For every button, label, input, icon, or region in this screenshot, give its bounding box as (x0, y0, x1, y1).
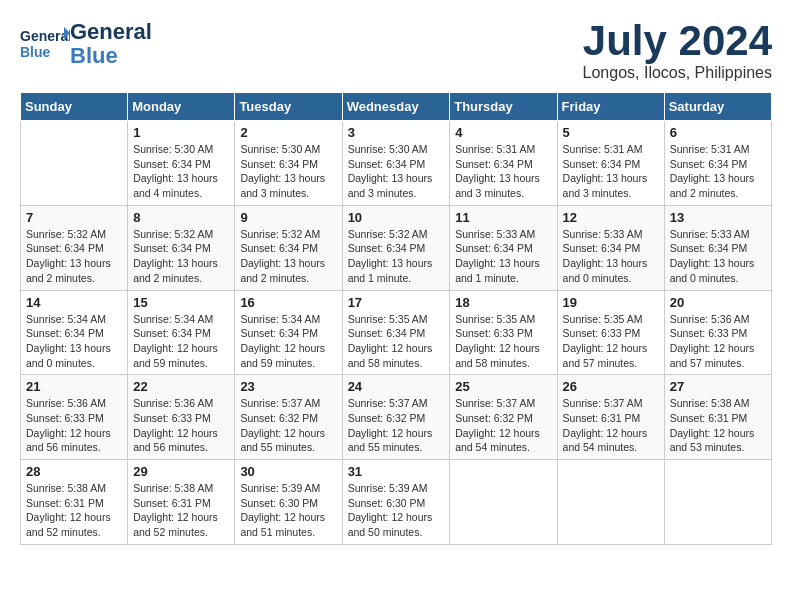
day-info: Sunrise: 5:33 AMSunset: 6:34 PMDaylight:… (455, 227, 551, 286)
day-info: Sunrise: 5:35 AMSunset: 6:33 PMDaylight:… (563, 312, 659, 371)
day-number: 22 (133, 379, 229, 394)
day-number: 12 (563, 210, 659, 225)
day-number: 14 (26, 295, 122, 310)
day-number: 25 (455, 379, 551, 394)
day-info: Sunrise: 5:35 AMSunset: 6:33 PMDaylight:… (455, 312, 551, 371)
day-info: Sunrise: 5:32 AMSunset: 6:34 PMDaylight:… (26, 227, 122, 286)
day-number: 21 (26, 379, 122, 394)
day-number: 13 (670, 210, 766, 225)
day-number: 8 (133, 210, 229, 225)
calendar-cell (664, 460, 771, 545)
day-number: 29 (133, 464, 229, 479)
week-row-1: 1Sunrise: 5:30 AMSunset: 6:34 PMDaylight… (21, 121, 772, 206)
day-info: Sunrise: 5:32 AMSunset: 6:34 PMDaylight:… (348, 227, 445, 286)
day-number: 19 (563, 295, 659, 310)
day-info: Sunrise: 5:33 AMSunset: 6:34 PMDaylight:… (670, 227, 766, 286)
header-sunday: Sunday (21, 93, 128, 121)
calendar-cell: 5Sunrise: 5:31 AMSunset: 6:34 PMDaylight… (557, 121, 664, 206)
calendar-cell: 30Sunrise: 5:39 AMSunset: 6:30 PMDayligh… (235, 460, 342, 545)
day-number: 30 (240, 464, 336, 479)
day-number: 28 (26, 464, 122, 479)
day-info: Sunrise: 5:37 AMSunset: 6:31 PMDaylight:… (563, 396, 659, 455)
day-info: Sunrise: 5:39 AMSunset: 6:30 PMDaylight:… (240, 481, 336, 540)
day-number: 18 (455, 295, 551, 310)
svg-text:General: General (20, 28, 70, 44)
day-number: 1 (133, 125, 229, 140)
calendar-cell: 17Sunrise: 5:35 AMSunset: 6:34 PMDayligh… (342, 290, 450, 375)
calendar-cell: 28Sunrise: 5:38 AMSunset: 6:31 PMDayligh… (21, 460, 128, 545)
day-info: Sunrise: 5:30 AMSunset: 6:34 PMDaylight:… (240, 142, 336, 201)
calendar-cell: 7Sunrise: 5:32 AMSunset: 6:34 PMDaylight… (21, 205, 128, 290)
week-row-5: 28Sunrise: 5:38 AMSunset: 6:31 PMDayligh… (21, 460, 772, 545)
day-info: Sunrise: 5:35 AMSunset: 6:34 PMDaylight:… (348, 312, 445, 371)
logo-blue: Blue (70, 43, 118, 68)
day-number: 10 (348, 210, 445, 225)
day-number: 24 (348, 379, 445, 394)
calendar-cell: 29Sunrise: 5:38 AMSunset: 6:31 PMDayligh… (128, 460, 235, 545)
calendar-cell: 2Sunrise: 5:30 AMSunset: 6:34 PMDaylight… (235, 121, 342, 206)
calendar-cell: 13Sunrise: 5:33 AMSunset: 6:34 PMDayligh… (664, 205, 771, 290)
day-info: Sunrise: 5:34 AMSunset: 6:34 PMDaylight:… (240, 312, 336, 371)
calendar-cell: 24Sunrise: 5:37 AMSunset: 6:32 PMDayligh… (342, 375, 450, 460)
day-number: 3 (348, 125, 445, 140)
calendar-cell: 1Sunrise: 5:30 AMSunset: 6:34 PMDaylight… (128, 121, 235, 206)
day-number: 15 (133, 295, 229, 310)
logo: General Blue General Blue (20, 20, 152, 68)
day-info: Sunrise: 5:38 AMSunset: 6:31 PMDaylight:… (133, 481, 229, 540)
day-info: Sunrise: 5:31 AMSunset: 6:34 PMDaylight:… (455, 142, 551, 201)
month-title: July 2024 (583, 20, 772, 62)
logo-text: General Blue (70, 20, 152, 68)
day-info: Sunrise: 5:32 AMSunset: 6:34 PMDaylight:… (133, 227, 229, 286)
calendar-cell (557, 460, 664, 545)
day-number: 16 (240, 295, 336, 310)
day-info: Sunrise: 5:36 AMSunset: 6:33 PMDaylight:… (26, 396, 122, 455)
day-number: 9 (240, 210, 336, 225)
calendar-cell (450, 460, 557, 545)
day-info: Sunrise: 5:30 AMSunset: 6:34 PMDaylight:… (348, 142, 445, 201)
header-friday: Friday (557, 93, 664, 121)
calendar-cell: 31Sunrise: 5:39 AMSunset: 6:30 PMDayligh… (342, 460, 450, 545)
calendar-cell: 22Sunrise: 5:36 AMSunset: 6:33 PMDayligh… (128, 375, 235, 460)
day-number: 2 (240, 125, 336, 140)
week-row-4: 21Sunrise: 5:36 AMSunset: 6:33 PMDayligh… (21, 375, 772, 460)
title-block: July 2024 Longos, Ilocos, Philippines (583, 20, 772, 82)
calendar-cell: 27Sunrise: 5:38 AMSunset: 6:31 PMDayligh… (664, 375, 771, 460)
calendar-cell: 18Sunrise: 5:35 AMSunset: 6:33 PMDayligh… (450, 290, 557, 375)
calendar-cell: 11Sunrise: 5:33 AMSunset: 6:34 PMDayligh… (450, 205, 557, 290)
header-saturday: Saturday (664, 93, 771, 121)
calendar-header-row: SundayMondayTuesdayWednesdayThursdayFrid… (21, 93, 772, 121)
day-info: Sunrise: 5:34 AMSunset: 6:34 PMDaylight:… (26, 312, 122, 371)
calendar-cell: 15Sunrise: 5:34 AMSunset: 6:34 PMDayligh… (128, 290, 235, 375)
calendar-cell: 19Sunrise: 5:35 AMSunset: 6:33 PMDayligh… (557, 290, 664, 375)
day-info: Sunrise: 5:33 AMSunset: 6:34 PMDaylight:… (563, 227, 659, 286)
header-tuesday: Tuesday (235, 93, 342, 121)
logo-general: General (70, 19, 152, 44)
week-row-2: 7Sunrise: 5:32 AMSunset: 6:34 PMDaylight… (21, 205, 772, 290)
calendar-cell: 21Sunrise: 5:36 AMSunset: 6:33 PMDayligh… (21, 375, 128, 460)
calendar-cell: 23Sunrise: 5:37 AMSunset: 6:32 PMDayligh… (235, 375, 342, 460)
calendar-cell (21, 121, 128, 206)
day-number: 20 (670, 295, 766, 310)
day-info: Sunrise: 5:38 AMSunset: 6:31 PMDaylight:… (670, 396, 766, 455)
day-info: Sunrise: 5:34 AMSunset: 6:34 PMDaylight:… (133, 312, 229, 371)
calendar-cell: 4Sunrise: 5:31 AMSunset: 6:34 PMDaylight… (450, 121, 557, 206)
day-number: 27 (670, 379, 766, 394)
calendar-table: SundayMondayTuesdayWednesdayThursdayFrid… (20, 92, 772, 545)
day-info: Sunrise: 5:37 AMSunset: 6:32 PMDaylight:… (240, 396, 336, 455)
calendar-cell: 10Sunrise: 5:32 AMSunset: 6:34 PMDayligh… (342, 205, 450, 290)
week-row-3: 14Sunrise: 5:34 AMSunset: 6:34 PMDayligh… (21, 290, 772, 375)
header-wednesday: Wednesday (342, 93, 450, 121)
day-info: Sunrise: 5:36 AMSunset: 6:33 PMDaylight:… (133, 396, 229, 455)
header-thursday: Thursday (450, 93, 557, 121)
day-number: 26 (563, 379, 659, 394)
day-info: Sunrise: 5:38 AMSunset: 6:31 PMDaylight:… (26, 481, 122, 540)
calendar-cell: 3Sunrise: 5:30 AMSunset: 6:34 PMDaylight… (342, 121, 450, 206)
calendar-cell: 14Sunrise: 5:34 AMSunset: 6:34 PMDayligh… (21, 290, 128, 375)
header-monday: Monday (128, 93, 235, 121)
day-info: Sunrise: 5:39 AMSunset: 6:30 PMDaylight:… (348, 481, 445, 540)
day-number: 31 (348, 464, 445, 479)
calendar-cell: 16Sunrise: 5:34 AMSunset: 6:34 PMDayligh… (235, 290, 342, 375)
calendar-cell: 25Sunrise: 5:37 AMSunset: 6:32 PMDayligh… (450, 375, 557, 460)
day-number: 4 (455, 125, 551, 140)
logo-icon: General Blue (20, 23, 70, 65)
